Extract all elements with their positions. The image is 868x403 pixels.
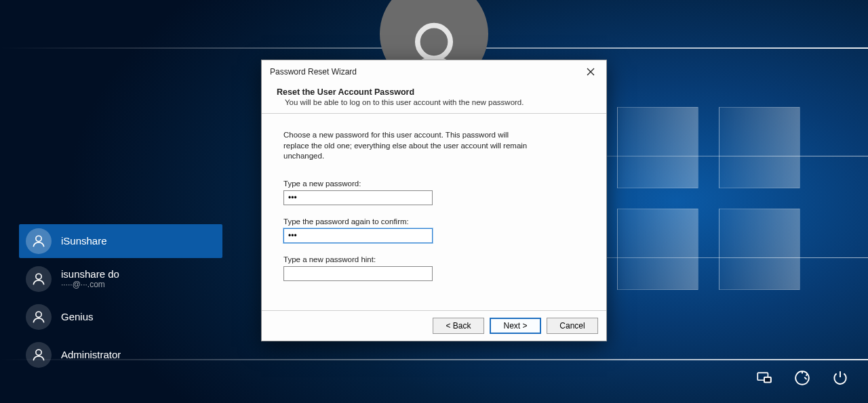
confirm-password-label: Type the password again to confirm: (283, 217, 585, 226)
user-email-label: ·····@···.com (61, 280, 119, 290)
user-account-list: iSunshare isunshare do ·····@···.com Gen… (19, 224, 222, 376)
dialog-titlebar[interactable]: Password Reset Wizard (262, 60, 606, 83)
windows-logo (617, 107, 807, 297)
back-button[interactable]: < Back (433, 318, 484, 334)
user-item-isunshare-do[interactable]: isunshare do ·····@···.com (19, 262, 222, 296)
password-hint-label: Type a new password hint: (283, 255, 585, 263)
user-item-administrator[interactable]: Administrator (19, 338, 222, 372)
password-hint-input[interactable] (283, 266, 433, 281)
confirm-password-input[interactable] (283, 228, 433, 243)
dialog-body: Choose a new password for this user acco… (262, 114, 606, 310)
power-button[interactable] (829, 366, 852, 389)
user-icon (26, 228, 52, 254)
user-name-label: Administrator (61, 349, 121, 360)
user-item-genius[interactable]: Genius (19, 300, 222, 334)
user-name-label: iSunshare (61, 235, 107, 247)
dialog-footer: < Back Next > Cancel (262, 310, 606, 341)
user-name-label: Genius (61, 311, 94, 322)
svg-rect-6 (764, 377, 771, 383)
svg-point-1 (36, 236, 41, 241)
svg-point-4 (36, 349, 41, 355)
user-name-label: isunshare do (61, 268, 119, 280)
close-button[interactable] (579, 64, 602, 79)
network-button[interactable] (753, 366, 776, 389)
next-button[interactable]: Next > (490, 318, 541, 334)
user-icon (26, 304, 52, 330)
dialog-header: Reset the User Account Password You will… (262, 83, 606, 114)
user-icon (26, 266, 52, 292)
close-icon (587, 68, 595, 76)
svg-point-0 (418, 26, 450, 58)
svg-point-2 (36, 274, 41, 279)
dialog-header-title: Reset the User Account Password (277, 87, 591, 97)
user-icon (26, 342, 52, 368)
dialog-title: Password Reset Wizard (270, 67, 357, 77)
cancel-button[interactable]: Cancel (547, 318, 598, 334)
user-item-isunshare[interactable]: iSunshare (19, 224, 222, 258)
dialog-instructions: Choose a new password for this user acco… (283, 130, 528, 162)
new-password-label: Type a new password: (283, 179, 585, 188)
new-password-input[interactable] (283, 190, 433, 205)
ease-of-access-button[interactable] (791, 366, 814, 389)
svg-point-3 (36, 312, 41, 317)
dialog-header-subtitle: You will be able to log on to this user … (285, 98, 591, 106)
password-reset-wizard-dialog: Password Reset Wizard Reset the User Acc… (261, 60, 607, 341)
system-controls (753, 366, 852, 389)
